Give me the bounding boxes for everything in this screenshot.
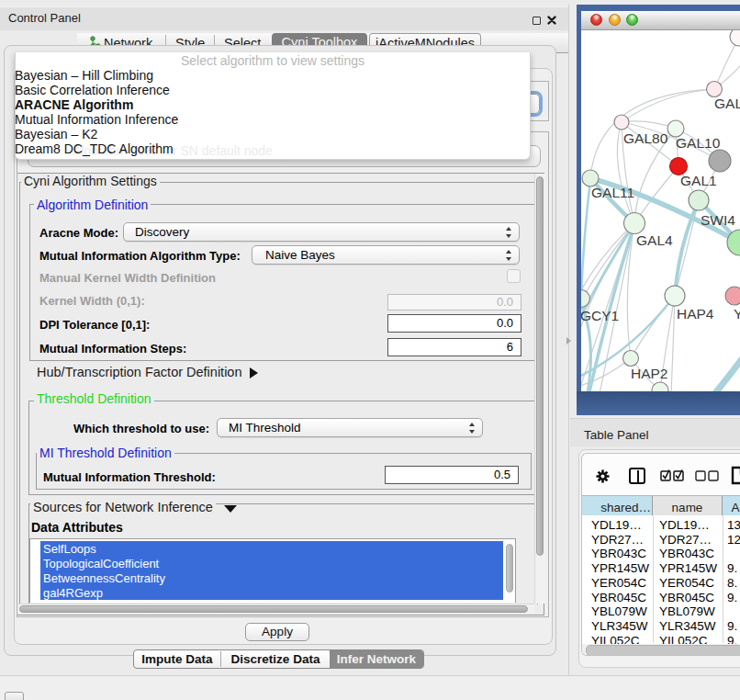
svg-text:GAL1: GAL1 bbox=[680, 173, 717, 188]
svg-text:GAL8: GAL8 bbox=[714, 96, 740, 111]
svg-text:GAL11: GAL11 bbox=[591, 185, 634, 200]
svg-text:Y: Y bbox=[734, 306, 740, 322]
svg-text:GAL10: GAL10 bbox=[676, 135, 721, 151]
svg-text:SWI4: SWI4 bbox=[701, 212, 735, 228]
svg-text:HAP2: HAP2 bbox=[631, 366, 668, 381]
svg-text:GAL80: GAL80 bbox=[623, 130, 668, 146]
svg-text:GAL4: GAL4 bbox=[636, 232, 673, 248]
svg-text:HAP4: HAP4 bbox=[677, 306, 714, 322]
svg-text:GCY1: GCY1 bbox=[581, 308, 619, 323]
